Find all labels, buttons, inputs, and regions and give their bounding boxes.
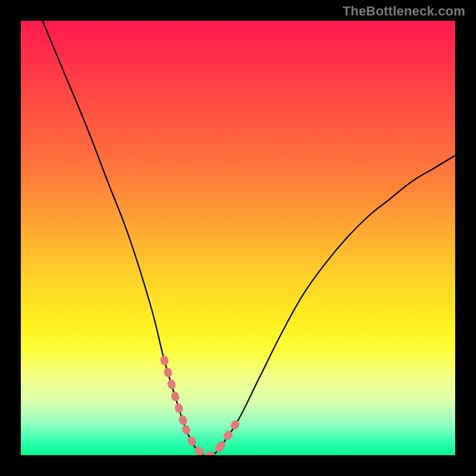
highlight-segment-0 <box>164 359 185 426</box>
mismatch-curve <box>43 21 456 455</box>
plot-area <box>21 21 455 455</box>
curve-layer <box>21 21 455 455</box>
highlight-segment-1 <box>186 429 220 455</box>
highlight-segment-2 <box>221 423 236 446</box>
chart-stage: TheBottleneck.com <box>0 0 476 476</box>
watermark-text: TheBottleneck.com <box>343 4 465 19</box>
